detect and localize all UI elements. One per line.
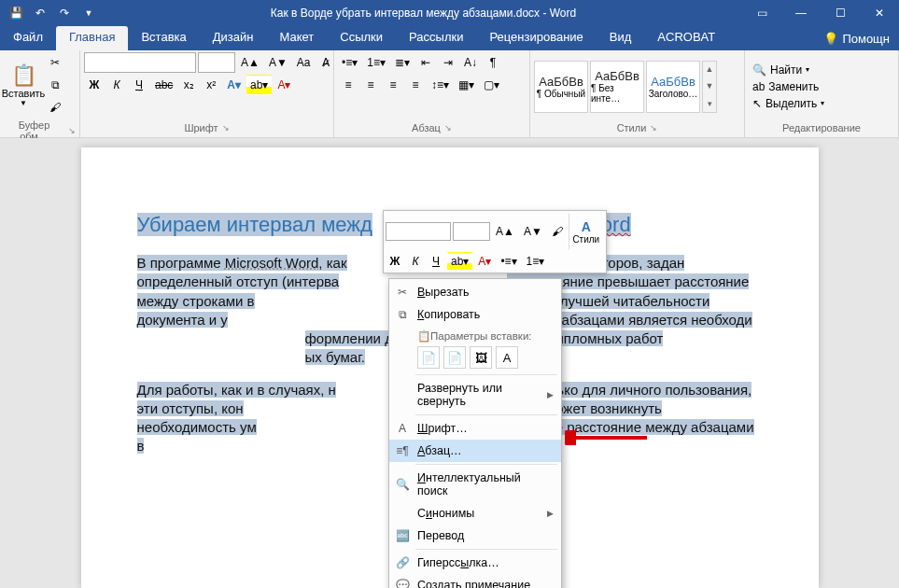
minimize-icon[interactable]: — <box>781 0 821 26</box>
mini-bullets-icon[interactable]: •≡▾ <box>497 252 520 271</box>
paste-text-only-icon[interactable]: A <box>496 346 518 369</box>
ribbon-options-icon[interactable]: ▭ <box>742 0 781 26</box>
underline-button[interactable]: Ч <box>129 75 149 95</box>
qat-customize-icon[interactable]: ▼ <box>78 3 99 23</box>
grow-font-icon[interactable]: A▲ <box>237 52 263 73</box>
title-bar: 💾 ↶ ↷ ▼ Как в Ворде убрать интервал межд… <box>0 0 899 26</box>
tab-view[interactable]: Вид <box>597 26 645 50</box>
superscript-button[interactable]: x² <box>201 75 221 95</box>
mini-bold[interactable]: Ж <box>386 252 404 271</box>
ctx-paragraph[interactable]: ≡¶Абзац… <box>389 440 561 462</box>
show-marks-icon[interactable]: ¶ <box>483 52 503 73</box>
mini-shrink-icon[interactable]: A▼ <box>520 222 546 241</box>
tab-home[interactable]: Главная <box>56 26 128 50</box>
align-center-icon[interactable]: ≡ <box>360 75 381 95</box>
bullets-icon[interactable]: •≡▾ <box>338 52 361 73</box>
lightbulb-icon: 💡 <box>823 32 838 46</box>
ctx-paste-options: 📄 📄 🖼 A <box>389 344 561 372</box>
line-spacing-icon[interactable]: ↕≡▾ <box>428 75 453 95</box>
sort-icon[interactable]: A↓ <box>460 52 481 73</box>
shrink-font-icon[interactable]: A▼ <box>265 52 291 73</box>
clipboard-dialog-launcher[interactable]: ↘ <box>68 126 76 135</box>
close-icon[interactable]: ✕ <box>860 0 899 26</box>
search-icon: 🔍 <box>752 63 766 77</box>
tab-references[interactable]: Ссылки <box>327 26 396 50</box>
mini-italic[interactable]: К <box>406 252 425 271</box>
format-painter-icon[interactable]: 🖌 <box>45 97 65 118</box>
ctx-smart-lookup[interactable]: 🔍Интеллектуальный поиск <box>389 467 561 502</box>
font-size-combo[interactable] <box>198 52 235 73</box>
tab-review[interactable]: Рецензирование <box>476 26 596 50</box>
borders-icon[interactable]: ▢▾ <box>480 75 503 95</box>
tell-me[interactable]: 💡 Помощн <box>814 26 899 50</box>
window-title: Как в Ворде убрать интервал между абзаца… <box>105 7 742 20</box>
ctx-translate[interactable]: 🔤Перевод <box>389 525 561 547</box>
mini-font-color-icon[interactable]: A▾ <box>474 252 495 271</box>
numbering-icon[interactable]: 1≡▾ <box>363 52 389 73</box>
style-heading1[interactable]: АаБбВвЗаголово… <box>646 61 700 113</box>
mini-styles-button[interactable]: AСтили <box>569 213 604 250</box>
ctx-font[interactable]: AШрифт… <box>389 417 561 440</box>
ctx-hyperlink[interactable]: 🔗Гиперссылка… <box>389 552 561 574</box>
redo-icon[interactable]: ↷ <box>54 3 75 23</box>
paragraph-dialog-launcher[interactable]: ↘ <box>444 123 452 133</box>
font-color-icon[interactable]: A▾ <box>274 75 294 95</box>
mini-font-combo[interactable] <box>386 222 451 241</box>
styles-scroll-up[interactable]: ▲ <box>706 64 714 74</box>
subscript-button[interactable]: x₂ <box>178 75 199 95</box>
tab-mailings[interactable]: Рассылки <box>396 26 476 50</box>
font-family-combo[interactable] <box>84 52 196 73</box>
select-button[interactable]: ↖Выделить ▾ <box>749 95 828 112</box>
mini-underline[interactable]: Ч <box>427 252 445 271</box>
maximize-icon[interactable]: ☐ <box>821 0 860 26</box>
shading-icon[interactable]: ▦▾ <box>455 75 478 95</box>
change-case-button[interactable]: Aa <box>293 52 315 73</box>
style-no-spacing[interactable]: АаБбВв¶ Без инте… <box>590 61 644 113</box>
highlight-icon[interactable]: ab▾ <box>246 75 272 95</box>
align-left-icon[interactable]: ≡ <box>338 75 358 95</box>
replace-button[interactable]: abЗаменить <box>749 78 828 95</box>
tab-design[interactable]: Дизайн <box>200 26 267 50</box>
ctx-copy[interactable]: ⧉Копировать <box>389 303 561 326</box>
paste-merge-icon[interactable]: 📄 <box>443 346 466 369</box>
font-dialog-launcher[interactable]: ↘ <box>222 123 230 133</box>
ctx-cut[interactable]: ✂ВВырезатьырезать <box>389 281 561 303</box>
copy-icon[interactable]: ⧉ <box>45 75 65 95</box>
style-normal[interactable]: АаБбВв¶ Обычный <box>534 61 588 113</box>
mini-grow-icon[interactable]: A▲ <box>492 222 518 241</box>
mini-numbering-icon[interactable]: 1≡▾ <box>523 252 549 271</box>
increase-indent-icon[interactable]: ⇥ <box>438 52 458 73</box>
find-button[interactable]: 🔍Найти ▾ <box>749 62 828 78</box>
text-effects-icon[interactable]: A▾ <box>223 75 245 95</box>
decrease-indent-icon[interactable]: ⇤ <box>415 52 436 73</box>
undo-icon[interactable]: ↶ <box>30 3 50 23</box>
paste-button[interactable]: 📋 Вставить ▼ <box>4 62 43 109</box>
mini-highlight-icon[interactable]: ab▾ <box>447 252 472 271</box>
ctx-expand-collapse[interactable]: Развернуть или свернуть▶ <box>389 377 561 413</box>
ctx-new-comment[interactable]: 💬Создать примечание <box>389 574 561 588</box>
tab-acrobat[interactable]: ACROBAT <box>644 26 728 50</box>
italic-button[interactable]: К <box>106 75 127 95</box>
styles-scroll-down[interactable]: ▼ <box>706 81 714 91</box>
paste-keep-source-icon[interactable]: 📄 <box>417 346 440 369</box>
cursor-icon: ↖ <box>752 97 762 110</box>
bold-button[interactable]: Ж <box>84 75 105 95</box>
context-menu: ✂ВВырезатьырезать ⧉Копировать 📋Параметры… <box>388 278 562 588</box>
ctx-synonyms[interactable]: Синонимы▶ <box>389 502 561 525</box>
save-icon[interactable]: 💾 <box>6 3 26 23</box>
multilevel-icon[interactable]: ≣▾ <box>391 52 414 73</box>
tab-file[interactable]: Файл <box>0 26 56 50</box>
justify-icon[interactable]: ≡ <box>405 75 426 95</box>
strike-button[interactable]: abc <box>151 75 176 95</box>
tab-layout[interactable]: Макет <box>266 26 327 50</box>
mini-size-combo[interactable] <box>453 222 490 241</box>
styles-expand[interactable]: ▾ <box>708 99 712 108</box>
paste-picture-icon[interactable]: 🖼 <box>470 346 492 369</box>
replace-icon: ab <box>752 80 765 93</box>
mini-format-painter-icon[interactable]: 🖌 <box>548 222 567 241</box>
align-right-icon[interactable]: ≡ <box>383 75 403 95</box>
group-font: A▲ A▼ Aa A̷ Ж К Ч abc x₂ x² A▾ ab▾ A▾ Шр… <box>80 50 334 137</box>
cut-icon[interactable]: ✂ <box>45 52 65 73</box>
tab-insert[interactable]: Вставка <box>128 26 199 50</box>
styles-dialog-launcher[interactable]: ↘ <box>650 123 657 133</box>
